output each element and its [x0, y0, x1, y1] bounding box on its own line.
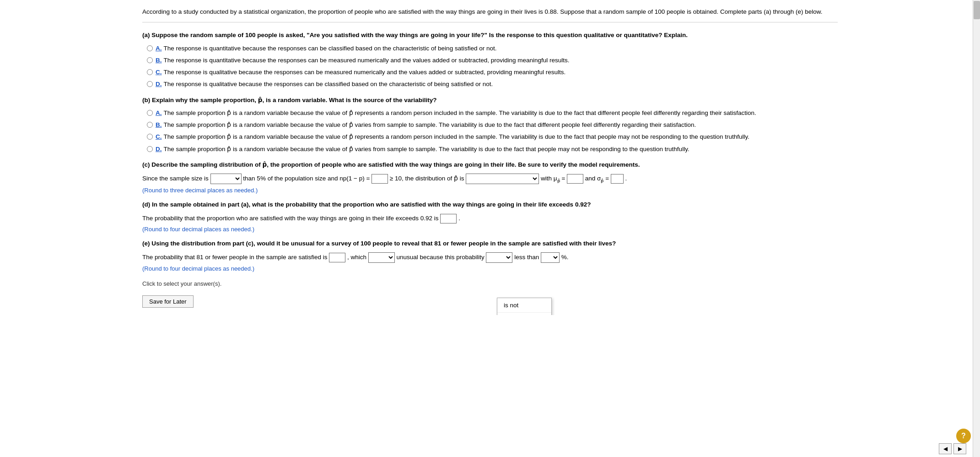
part-e-line: The probability that 81 or fewer people … — [142, 252, 838, 263]
part-c-question: (c) Describe the sampling distribution o… — [142, 160, 838, 169]
intro-text: According to a study conducted by a stat… — [142, 7, 838, 22]
part-a-question: (a) Suppose the random sample of 100 peo… — [142, 31, 838, 40]
part-e-note: (Round to four decimal places as needed.… — [142, 265, 838, 272]
part-d-question: (d) In the sample obtained in part (a), … — [142, 200, 838, 209]
mu-value-input[interactable] — [567, 174, 583, 184]
part-b-question: (b) Explain why the sample proportion, p… — [142, 96, 838, 105]
scrollbar[interactable] — [973, 0, 980, 315]
part-d-block: (d) In the sample obtained in part (a), … — [142, 200, 838, 233]
part-d-note: (Round to four decimal places as needed.… — [142, 226, 838, 233]
list-item[interactable]: D. The response is qualitative because t… — [147, 80, 838, 89]
dropdown-item-is[interactable]: is — [497, 313, 551, 315]
part-b-radio-b[interactable] — [147, 122, 153, 128]
bottom-bar: Save for Later — [142, 291, 838, 308]
intro-content: According to a study conducted by a stat… — [142, 8, 823, 15]
dropdown-item-is-not[interactable]: is not — [497, 298, 551, 313]
list-item[interactable]: B. The sample proportion p̂ is a random … — [147, 120, 838, 130]
list-item[interactable]: D. The sample proportion p̂ is a random … — [147, 145, 838, 154]
part-a-radio-c[interactable] — [147, 69, 153, 75]
scrollbar-thumb[interactable] — [974, 1, 980, 19]
part-e-block: (e) Using the distribution from part (c)… — [142, 239, 838, 272]
part-d-prob-input[interactable] — [440, 214, 457, 223]
part-e-prob-input[interactable] — [329, 253, 345, 262]
np-value-input[interactable] — [372, 174, 388, 184]
save-for-later-button[interactable]: Save for Later — [142, 295, 194, 308]
less-than-select[interactable]: 1 5 10 — [541, 252, 560, 263]
part-d-line: The probability that the proportion who … — [142, 213, 838, 224]
part-b-radio-d[interactable] — [147, 146, 153, 152]
part-a-radio-a[interactable] — [147, 45, 153, 51]
unusual-select[interactable]: is is not — [486, 252, 512, 263]
list-item[interactable]: C. The sample proportion p̂ is a random … — [147, 132, 838, 141]
click-select-text: Click to select your answer(s). — [142, 280, 838, 287]
part-c-block: (c) Describe the sampling distribution o… — [142, 160, 838, 194]
part-a-radio-d[interactable] — [147, 81, 153, 87]
list-item[interactable]: C. The response is qualitative because t… — [147, 68, 838, 77]
part-b-block: (b) Explain why the sample proportion, p… — [142, 96, 838, 154]
sample-size-select[interactable]: less greater — [210, 174, 242, 184]
list-item[interactable]: B. The response is quantitative because … — [147, 56, 838, 65]
part-b-radio-a[interactable] — [147, 110, 153, 116]
part-e-question: (e) Using the distribution from part (c)… — [142, 239, 838, 248]
part-a-options: A. The response is quantitative because … — [142, 44, 838, 89]
part-a-block: (a) Suppose the random sample of 100 peo… — [142, 31, 838, 89]
part-c-line: Since the sample size is less greater th… — [142, 173, 838, 185]
distribution-type-select[interactable]: approximately normal uniform skewed left… — [466, 174, 539, 184]
unusual-dropdown-popup: is not is — [497, 298, 552, 315]
part-b-radio-c[interactable] — [147, 134, 153, 140]
part-a-radio-b[interactable] — [147, 57, 153, 63]
which-select[interactable]: is is not — [368, 252, 395, 263]
part-c-note: (Round to three decimal places as needed… — [142, 187, 838, 194]
list-item[interactable]: A. The sample proportion p̂ is a random … — [147, 109, 838, 118]
part-b-options: A. The sample proportion p̂ is a random … — [142, 109, 838, 154]
list-item[interactable]: A. The response is quantitative because … — [147, 44, 838, 53]
sigma-value-input[interactable] — [611, 174, 624, 184]
